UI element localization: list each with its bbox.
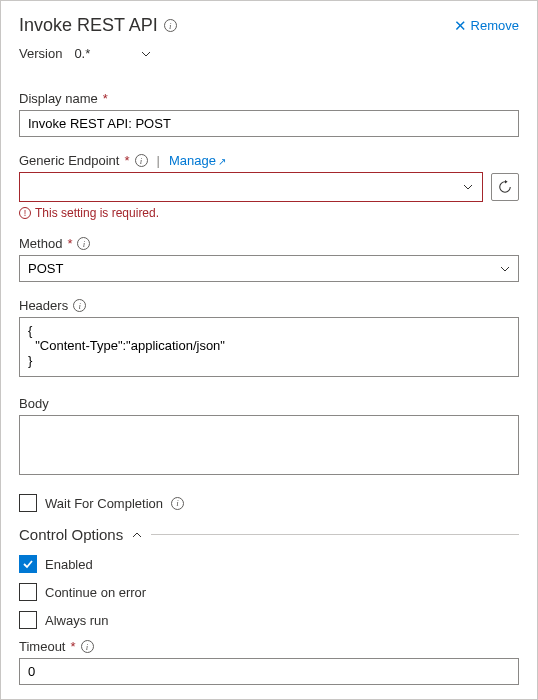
continue-checkbox[interactable] [19, 583, 37, 601]
manage-link[interactable]: Manage↗ [169, 153, 226, 168]
info-icon[interactable]: i [171, 497, 184, 510]
info-icon[interactable]: i [135, 154, 148, 167]
enabled-row: Enabled [19, 555, 519, 573]
task-config-panel: Invoke REST API i ✕ Remove Version 0.* D… [0, 0, 538, 700]
endpoint-label: Generic Endpoint [19, 153, 119, 168]
enabled-checkbox[interactable] [19, 555, 37, 573]
method-field: Method * i [19, 236, 519, 282]
chevron-down-icon [140, 48, 152, 60]
timeout-label: Timeout [19, 639, 65, 654]
always-run-checkbox[interactable] [19, 611, 37, 629]
always-run-label: Always run [45, 613, 109, 628]
method-select[interactable] [19, 255, 519, 282]
field-label: Headers i [19, 298, 519, 313]
control-options-header[interactable]: Control Options [19, 526, 519, 543]
info-icon[interactable]: i [164, 19, 177, 32]
body-label: Body [19, 396, 49, 411]
panel-title: Invoke REST API i [19, 15, 177, 36]
close-icon: ✕ [454, 18, 467, 33]
info-icon[interactable]: i [77, 237, 90, 250]
version-label: Version [19, 46, 62, 61]
headers-field: Headers i [19, 298, 519, 380]
manage-label: Manage [169, 153, 216, 168]
control-options-title: Control Options [19, 526, 123, 543]
refresh-icon [498, 180, 512, 194]
version-select[interactable]: 0.* [70, 44, 156, 63]
body-input[interactable] [19, 415, 519, 475]
chevron-down-icon [462, 181, 474, 193]
endpoint-select[interactable] [19, 172, 483, 202]
field-label: Generic Endpoint * i | Manage↗ [19, 153, 519, 168]
endpoint-select-wrap [19, 172, 483, 202]
divider [151, 534, 519, 535]
info-icon[interactable]: i [81, 640, 94, 653]
error-message: ! This setting is required. [19, 206, 519, 220]
method-select-wrap [19, 255, 519, 282]
required-indicator: * [67, 236, 72, 251]
wait-checkbox[interactable] [19, 494, 37, 512]
field-label: Timeout * i [19, 639, 519, 654]
chevron-up-icon [131, 529, 143, 541]
required-indicator: * [103, 91, 108, 106]
check-icon [22, 558, 34, 570]
always-run-row: Always run [19, 611, 519, 629]
remove-button[interactable]: ✕ Remove [454, 18, 519, 33]
continue-row: Continue on error [19, 583, 519, 601]
display-name-label: Display name [19, 91, 98, 106]
wait-label: Wait For Completion [45, 496, 163, 511]
required-indicator: * [124, 153, 129, 168]
display-name-input[interactable] [19, 110, 519, 137]
field-label: Method * i [19, 236, 519, 251]
error-text: This setting is required. [35, 206, 159, 220]
timeout-field: Timeout * i [19, 639, 519, 685]
timeout-input[interactable] [19, 658, 519, 685]
endpoint-row [19, 172, 519, 202]
title-text: Invoke REST API [19, 15, 158, 36]
enabled-label: Enabled [45, 557, 93, 572]
info-icon[interactable]: i [73, 299, 86, 312]
remove-label: Remove [471, 18, 519, 33]
headers-label: Headers [19, 298, 68, 313]
version-value: 0.* [74, 46, 90, 61]
refresh-button[interactable] [491, 173, 519, 201]
required-indicator: * [70, 639, 75, 654]
header-row: Invoke REST API i ✕ Remove [19, 15, 519, 36]
version-row: Version 0.* [19, 44, 519, 63]
wait-checkbox-row: Wait For Completion i [19, 494, 519, 512]
headers-input[interactable] [19, 317, 519, 377]
body-field: Body [19, 396, 519, 478]
field-label: Display name * [19, 91, 519, 106]
error-icon: ! [19, 207, 31, 219]
display-name-field: Display name * [19, 91, 519, 137]
separator: | [157, 153, 160, 168]
endpoint-field: Generic Endpoint * i | Manage↗ ! This [19, 153, 519, 220]
external-link-icon: ↗ [218, 156, 226, 167]
method-label: Method [19, 236, 62, 251]
continue-label: Continue on error [45, 585, 146, 600]
field-label: Body [19, 396, 519, 411]
